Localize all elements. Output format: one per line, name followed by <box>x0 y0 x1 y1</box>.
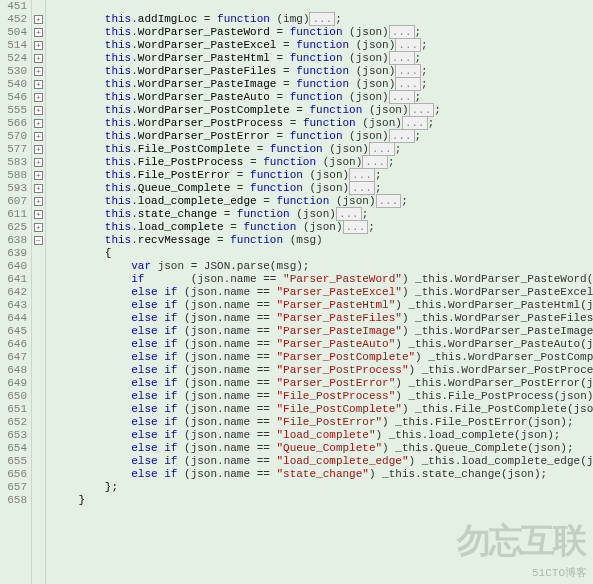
code-line[interactable]: this.addImgLoc = function (img)...; <box>52 13 593 26</box>
fold-cell: + <box>32 65 45 78</box>
fold-cell <box>32 0 45 13</box>
code-line[interactable]: this.WordParser_PasteAuto = function (js… <box>52 91 593 104</box>
line-number: 653 <box>0 429 27 442</box>
code-line[interactable]: else if (json.name == "Parser_PostProces… <box>52 364 593 377</box>
folded-code-icon[interactable]: ... <box>309 12 335 26</box>
code-line[interactable]: else if (json.name == "load_complete_edg… <box>52 455 593 468</box>
code-line[interactable]: this.File_PostProcess = function (json).… <box>52 156 593 169</box>
line-number: 654 <box>0 442 27 455</box>
code-line[interactable]: else if (json.name == "Parser_PasteExcel… <box>52 286 593 299</box>
expand-icon[interactable]: + <box>34 171 43 180</box>
folded-code-icon[interactable]: ... <box>402 116 428 130</box>
expand-icon[interactable]: + <box>34 80 43 89</box>
code-line[interactable]: { <box>52 247 593 260</box>
line-number: 656 <box>0 468 27 481</box>
code-line[interactable]: var json = JSON.parse(msg); <box>52 260 593 273</box>
code-line[interactable]: this.WordParser_PostError = function (js… <box>52 130 593 143</box>
expand-icon[interactable]: + <box>34 197 43 206</box>
expand-icon[interactable]: + <box>34 41 43 50</box>
collapse-icon[interactable]: − <box>34 236 43 245</box>
expand-icon[interactable]: + <box>34 106 43 115</box>
expand-icon[interactable]: + <box>34 223 43 232</box>
fold-cell <box>32 351 45 364</box>
code-line[interactable]: else if (json.name == "Parser_PasteHtml"… <box>52 299 593 312</box>
expand-icon[interactable]: + <box>34 210 43 219</box>
fold-cell <box>32 364 45 377</box>
fold-cell <box>32 260 45 273</box>
expand-icon[interactable]: + <box>34 67 43 76</box>
expand-icon[interactable]: + <box>34 93 43 102</box>
line-number: 593 <box>0 182 27 195</box>
expand-icon[interactable]: + <box>34 145 43 154</box>
line-number: 583 <box>0 156 27 169</box>
folded-code-icon[interactable]: ... <box>395 77 421 91</box>
code-line[interactable]: this.WordParser_PostProcess = function (… <box>52 117 593 130</box>
folded-code-icon[interactable]: ... <box>389 90 415 104</box>
code-area[interactable]: this.addImgLoc = function (img)...; this… <box>46 0 593 584</box>
code-line[interactable]: this.WordParser_PasteFiles = function (j… <box>52 65 593 78</box>
code-line[interactable]: this.load_complete = function (json)...; <box>52 221 593 234</box>
code-line[interactable]: this.WordParser_PostComplete = function … <box>52 104 593 117</box>
code-line[interactable]: else if (json.name == "File_PostProcess"… <box>52 390 593 403</box>
fold-cell <box>32 494 45 507</box>
fold-column: +++++++++++++++++− <box>32 0 46 584</box>
fold-cell: + <box>32 156 45 169</box>
fold-cell: + <box>32 117 45 130</box>
line-number-gutter: 4514525045145245305405465555665705775835… <box>0 0 32 584</box>
folded-code-icon[interactable]: ... <box>376 194 402 208</box>
folded-code-icon[interactable]: ... <box>349 168 375 182</box>
folded-code-icon[interactable]: ... <box>395 38 421 52</box>
fold-cell <box>32 247 45 260</box>
line-number: 650 <box>0 390 27 403</box>
folded-code-icon[interactable]: ... <box>389 25 415 39</box>
code-line[interactable]: else if (json.name == "File_PostError") … <box>52 416 593 429</box>
expand-icon[interactable]: + <box>34 54 43 63</box>
code-line[interactable]: else if (json.name == "state_change") _t… <box>52 468 593 481</box>
folded-code-icon[interactable]: ... <box>362 155 388 169</box>
code-line[interactable]: else if (json.name == "Parser_PasteFiles… <box>52 312 593 325</box>
line-number: 514 <box>0 39 27 52</box>
code-line[interactable]: }; <box>52 481 593 494</box>
code-line[interactable]: this.File_PostError = function (json)...… <box>52 169 593 182</box>
code-line[interactable]: this.Queue_Complete = function (json)...… <box>52 182 593 195</box>
code-line[interactable]: this.recvMessage = function (msg) <box>52 234 593 247</box>
folded-code-icon[interactable]: ... <box>395 64 421 78</box>
code-line[interactable]: if (json.name == "Parser_PasteWord") _th… <box>52 273 593 286</box>
line-number: 645 <box>0 325 27 338</box>
code-line[interactable]: else if (json.name == "Queue_Complete") … <box>52 442 593 455</box>
code-line[interactable]: this.WordParser_PasteHtml = function (js… <box>52 52 593 65</box>
code-line[interactable]: else if (json.name == "Parser_PostComple… <box>52 351 593 364</box>
folded-code-icon[interactable]: ... <box>389 51 415 65</box>
code-line[interactable]: this.WordParser_PasteWord = function (js… <box>52 26 593 39</box>
expand-icon[interactable]: + <box>34 184 43 193</box>
code-line[interactable]: this.WordParser_PasteExcel = function (j… <box>52 39 593 52</box>
code-line[interactable]: } <box>52 494 593 507</box>
expand-icon[interactable]: + <box>34 15 43 24</box>
code-line[interactable]: else if (json.name == "Parser_PostError"… <box>52 377 593 390</box>
code-line[interactable]: this.File_PostComplete = function (json)… <box>52 143 593 156</box>
fold-cell <box>32 429 45 442</box>
folded-code-icon[interactable]: ... <box>349 181 375 195</box>
folded-code-icon[interactable]: ... <box>389 129 415 143</box>
code-line[interactable]: else if (json.name == "File_PostComplete… <box>52 403 593 416</box>
line-number: 647 <box>0 351 27 364</box>
folded-code-icon[interactable]: ... <box>369 142 395 156</box>
expand-icon[interactable]: + <box>34 119 43 128</box>
code-line[interactable]: this.load_complete_edge = function (json… <box>52 195 593 208</box>
expand-icon[interactable]: + <box>34 132 43 141</box>
code-line[interactable]: else if (json.name == "Parser_PasteImage… <box>52 325 593 338</box>
line-number: 452 <box>0 13 27 26</box>
code-line[interactable]: this.state_change = function (json)...; <box>52 208 593 221</box>
folded-code-icon[interactable]: ... <box>336 207 362 221</box>
folded-code-icon[interactable]: ... <box>343 220 369 234</box>
line-number: 530 <box>0 65 27 78</box>
fold-cell <box>32 442 45 455</box>
line-number: 655 <box>0 455 27 468</box>
code-line[interactable]: this.WordParser_PasteImage = function (j… <box>52 78 593 91</box>
expand-icon[interactable]: + <box>34 28 43 37</box>
code-line[interactable]: else if (json.name == "Parser_PasteAuto"… <box>52 338 593 351</box>
fold-cell: + <box>32 221 45 234</box>
expand-icon[interactable]: + <box>34 158 43 167</box>
code-line[interactable]: else if (json.name == "load_complete") _… <box>52 429 593 442</box>
folded-code-icon[interactable]: ... <box>409 103 435 117</box>
